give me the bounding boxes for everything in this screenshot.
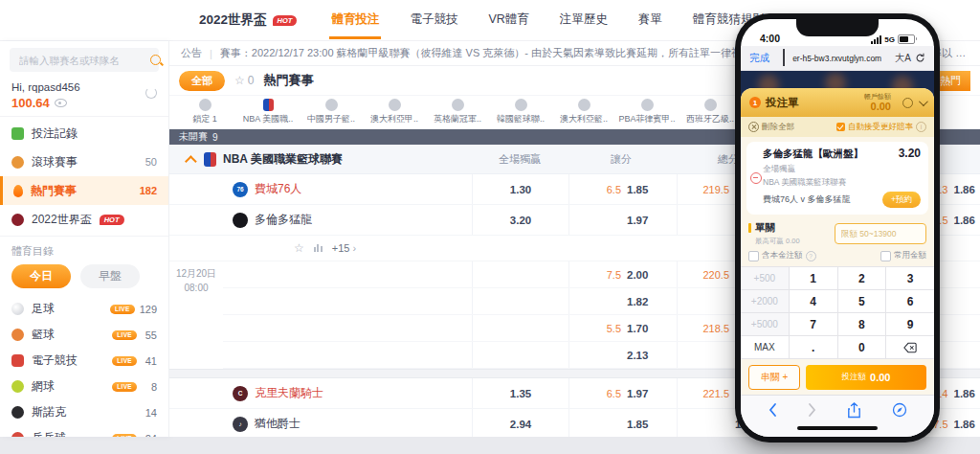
odds-handicap[interactable]: 5.51.70 xyxy=(568,315,677,341)
key-plus-2000[interactable]: +2000 xyxy=(741,290,789,312)
key-decimal[interactable]: . xyxy=(790,336,837,358)
all-filter-button[interactable]: 全部 xyxy=(179,71,225,91)
chip-pba[interactable]: PBA菲律賓甲.. xyxy=(615,99,679,125)
url-text[interactable]: er-h5-bw3.rxvutglyn.com xyxy=(792,54,881,63)
early-market-button[interactable]: 早盤 xyxy=(80,264,140,288)
odds-handicap[interactable]: 7.52.00 xyxy=(568,261,677,287)
back-icon[interactable] xyxy=(768,402,777,418)
key-1[interactable]: 1 xyxy=(790,267,837,289)
chip-aus[interactable]: 澳大利亞甲.. xyxy=(363,99,426,125)
chip-cba[interactable]: 中國男子籃.. xyxy=(300,99,363,125)
stake-input[interactable] xyxy=(835,223,926,244)
chip-locked[interactable]: 鎖定 1 xyxy=(173,99,236,125)
key-7[interactable]: 7 xyxy=(790,313,837,335)
sidebar-item-basketball[interactable]: 籃球 LIVE55 xyxy=(0,322,168,348)
team-name[interactable]: 費城76人 xyxy=(255,181,301,197)
include-stake-checkbox[interactable]: 含本金注額 ? xyxy=(748,250,816,261)
sidebar-item-tennis[interactable]: 網球 LIVE8 xyxy=(0,374,168,399)
odds-handicap[interactable]: 1.97 xyxy=(568,205,677,235)
nav-item-betslip[interactable]: 賽單 xyxy=(636,1,664,39)
sidebar-item-table-tennis[interactable]: 乒乓球 LIVE24 xyxy=(0,425,168,437)
refresh-balance-icon[interactable] xyxy=(145,87,157,99)
sidebar-item-world-cup[interactable]: 2022世界盃 HOT xyxy=(0,205,168,234)
bet-records-icon xyxy=(11,127,24,140)
eye-icon[interactable] xyxy=(55,99,67,107)
more-markets-link[interactable]: +15› xyxy=(332,242,356,254)
odds-handicap[interactable]: 1.82 xyxy=(568,288,677,314)
compass-icon[interactable] xyxy=(892,402,907,418)
delete-all-button[interactable]: 刪除全部 xyxy=(748,122,794,133)
key-0[interactable]: 0 xyxy=(838,336,886,358)
odds-win[interactable]: 1.30 xyxy=(472,174,568,204)
chip-esp2[interactable]: 西班牙乙級.. xyxy=(679,99,742,125)
team-name[interactable]: 克里夫蘭騎士 xyxy=(255,385,323,401)
chevron-down-icon[interactable] xyxy=(919,97,928,106)
collapse-icon[interactable] xyxy=(185,155,197,168)
nav-item-bet-history[interactable]: 注單歷史 xyxy=(558,1,610,39)
chip-eng-champ[interactable]: 英格蘭冠軍.. xyxy=(426,99,489,125)
balance-amount: 0.00 xyxy=(864,101,891,112)
reserve-button[interactable]: +預約 xyxy=(882,192,921,208)
key-6[interactable]: 6 xyxy=(886,290,934,312)
sidebar-item-hot-events[interactable]: 熱門賽事 182 xyxy=(0,176,168,205)
key-max[interactable]: MAX xyxy=(741,336,789,358)
odds-handicap[interactable]: 6.51.85 xyxy=(568,174,677,204)
search-box[interactable] xyxy=(10,48,159,72)
forward-icon[interactable] xyxy=(808,402,817,418)
text-size-button[interactable]: 大A xyxy=(895,52,911,65)
share-icon[interactable] xyxy=(847,402,861,419)
odds-win[interactable]: 3.20 xyxy=(472,205,568,235)
key-8[interactable]: 8 xyxy=(838,313,886,335)
parlay-button[interactable]: 串關 + xyxy=(748,365,800,390)
key-9[interactable]: 9 xyxy=(886,313,934,335)
odds-handicap[interactable]: 2.13 xyxy=(568,342,677,368)
chip-nba[interactable]: NBA 美國職.. xyxy=(236,99,300,125)
favorite-star-icon[interactable]: ☆ xyxy=(294,241,304,255)
key-plus-500[interactable]: +500 xyxy=(741,267,789,289)
sidebar-item-live-events[interactable]: 滾球賽事 50 xyxy=(0,148,168,176)
reload-icon[interactable] xyxy=(915,53,925,63)
chip-kbl[interactable]: 韓國籃球聯.. xyxy=(489,99,552,125)
bet-slip-header[interactable]: 1 投注單 帳戶餘額 0.00 xyxy=(741,88,934,117)
common-amounts-checkbox[interactable]: 常用金額 xyxy=(880,250,926,261)
sidebar-item-bet-records[interactable]: 投注記錄 xyxy=(0,119,168,148)
sidebar-item-esports[interactable]: 電子競技 LIVE41 xyxy=(0,348,168,374)
brand[interactable]: 2022世界盃 HOT xyxy=(178,11,297,29)
search-icon[interactable] xyxy=(150,55,161,65)
odds-win[interactable]: 2.94 xyxy=(472,409,568,437)
team-name[interactable]: 多倫多猛龍 xyxy=(255,212,312,228)
chip-nbl[interactable]: 澳大利亞籃.. xyxy=(552,99,615,125)
sidebar-item-snooker[interactable]: 斯諾克 14 xyxy=(0,399,168,425)
odds-win[interactable]: 1.35 xyxy=(472,378,568,408)
key-5[interactable]: 5 xyxy=(838,290,886,312)
sidebar-item-soccer[interactable]: 足球 LIVE129 xyxy=(0,296,168,322)
stats-icon[interactable] xyxy=(314,244,323,252)
key-4[interactable]: 4 xyxy=(790,290,837,312)
key-2[interactable]: 2 xyxy=(838,267,886,289)
key-backspace[interactable] xyxy=(886,336,934,358)
auto-accept-toggle[interactable]: 自動接受更好賠率 i xyxy=(836,122,926,133)
odds-handicap[interactable]: 6.51.97 xyxy=(568,378,677,408)
sidebar-menu: 投注記錄 滾球賽事 50 熱門賽事 182 2022世界盃 xyxy=(0,117,168,237)
nav-item-esports[interactable]: 電子競技 xyxy=(408,1,459,39)
checkbox-checked-icon[interactable] xyxy=(836,123,845,131)
remove-selection-icon[interactable] xyxy=(750,172,762,184)
home-indicator[interactable] xyxy=(797,426,878,430)
favorites-counter[interactable]: ☆ 0 xyxy=(234,74,254,87)
search-input[interactable] xyxy=(17,54,150,67)
refresh-icon[interactable] xyxy=(902,98,913,108)
done-button[interactable]: 完成 xyxy=(749,52,769,65)
nav-item-sports-betting[interactable]: 體育投注 xyxy=(329,1,381,39)
info-icon[interactable]: i xyxy=(916,122,926,132)
info-icon[interactable]: ? xyxy=(806,251,816,261)
team-name[interactable]: 猶他爵士 xyxy=(255,416,301,432)
checkbox-icon[interactable] xyxy=(748,251,759,261)
checkbox-icon[interactable] xyxy=(880,251,891,261)
key-plus-5000[interactable]: +5000 xyxy=(741,313,789,335)
odds-handicap[interactable]: 1.85 xyxy=(568,409,677,437)
soccer-icon xyxy=(11,303,24,315)
today-button[interactable]: 今日 xyxy=(11,264,71,288)
key-3[interactable]: 3 xyxy=(886,267,934,289)
place-bet-button[interactable]: 投注額 0.00 xyxy=(806,365,926,390)
nav-item-vr-sports[interactable]: VR體育 xyxy=(486,1,530,39)
